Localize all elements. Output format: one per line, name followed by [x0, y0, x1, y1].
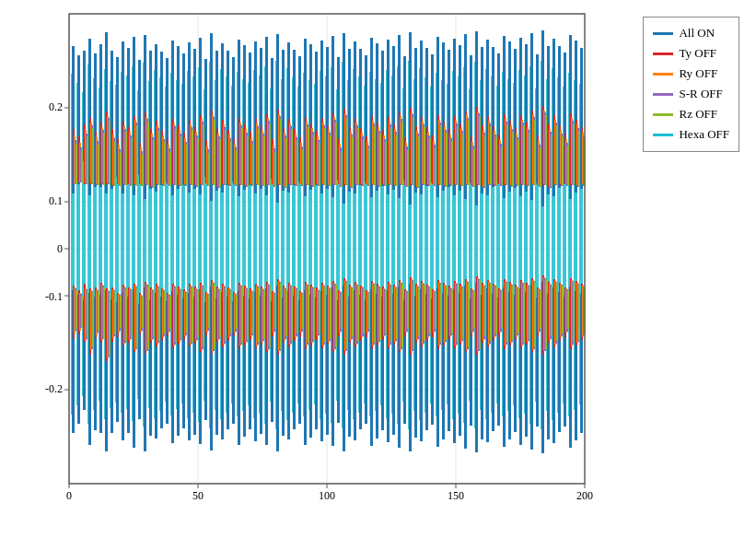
svg-rect-999: [468, 121, 470, 185]
svg-rect-1010: [495, 287, 497, 333]
svg-rect-878: [131, 290, 133, 337]
legend-color-ty-off: [653, 53, 673, 55]
svg-rect-920: [247, 289, 249, 340]
svg-rect-861: [87, 136, 88, 184]
legend-label-all-on: All ON: [679, 23, 715, 43]
svg-rect-922: [252, 292, 254, 333]
svg-rect-1008: [490, 284, 492, 341]
legend-label-ty-off: Ty OFF: [679, 43, 716, 64]
svg-text:0.2: 0.2: [49, 100, 63, 113]
svg-rect-895: [180, 136, 182, 186]
svg-rect-1002: [473, 291, 475, 329]
svg-rect-996: [457, 285, 459, 343]
svg-rect-1007: [490, 126, 492, 184]
svg-text:-0.2: -0.2: [45, 382, 63, 395]
svg-rect-939: [302, 149, 304, 185]
svg-rect-937: [297, 140, 298, 185]
svg-rect-857: [76, 144, 77, 184]
svg-rect-970: [385, 290, 387, 333]
svg-rect-961: [363, 139, 365, 185]
svg-rect-933: [285, 138, 287, 187]
svg-rect-894: [175, 287, 177, 343]
svg-rect-1012: [501, 291, 503, 329]
svg-rect-885: [153, 140, 155, 188]
svg-rect-947: [324, 128, 326, 185]
svg-rect-986: [429, 287, 431, 333]
svg-rect-945: [319, 143, 320, 186]
svg-rect-904: [203, 287, 204, 347]
svg-text:0: 0: [57, 242, 63, 255]
svg-rect-906: [208, 295, 210, 328]
svg-rect-1005: [484, 135, 486, 187]
svg-rect-873: [120, 153, 122, 186]
svg-rect-912: [225, 287, 227, 341]
svg-rect-1024: [534, 282, 536, 347]
svg-rect-963: [368, 148, 370, 185]
svg-rect-981: [418, 136, 420, 187]
svg-rect-972: [390, 286, 392, 343]
svg-rect-876: [125, 288, 127, 341]
svg-rect-880: [136, 287, 138, 348]
svg-rect-1026: [540, 290, 541, 329]
svg-rect-1030: [551, 286, 552, 336]
svg-rect-915: [236, 150, 238, 185]
svg-rect-979: [413, 117, 414, 185]
svg-rect-926: [263, 290, 265, 339]
svg-rect-927: [269, 123, 271, 185]
svg-rect-980: [413, 281, 414, 349]
legend-item-rz-off: Rz OFF: [653, 104, 729, 124]
svg-rect-969: [385, 142, 387, 186]
svg-rect-891: [169, 152, 171, 186]
svg-rect-974: [396, 288, 398, 339]
svg-rect-889: [164, 142, 166, 185]
svg-rect-1038: [573, 282, 575, 343]
svg-rect-874: [120, 296, 122, 328]
svg-rect-959: [357, 128, 359, 184]
legend-color-ry-off: [653, 73, 673, 76]
svg-rect-994: [451, 289, 453, 333]
svg-rect-998: [462, 287, 464, 339]
svg-rect-993: [451, 141, 453, 186]
svg-rect-916: [236, 295, 238, 329]
svg-rect-1000: [468, 283, 470, 347]
svg-rect-887: [158, 131, 160, 185]
legend-item-hexa-off: Hexa OFF: [653, 124, 729, 145]
svg-rect-871: [114, 141, 116, 186]
svg-rect-1028: [545, 279, 547, 349]
svg-rect-984: [424, 285, 425, 341]
svg-rect-989: [440, 125, 442, 185]
legend-item-sr-off: S-R OFF: [653, 84, 729, 104]
svg-rect-896: [180, 290, 182, 339]
svg-rect-1032: [556, 283, 558, 341]
svg-rect-868: [103, 287, 105, 339]
svg-rect-899: [192, 130, 193, 185]
legend-label-sr-off: S-R OFF: [679, 84, 722, 104]
svg-rect-960: [357, 286, 359, 341]
svg-rect-1022: [529, 287, 530, 339]
svg-rect-936: [291, 287, 293, 341]
chart-legend: All ON Ty OFF Ry OFF S-R OFF Rz OFF Hexa…: [643, 17, 739, 152]
svg-rect-901: [197, 138, 199, 186]
svg-rect-932: [280, 283, 282, 349]
svg-rect-900: [192, 287, 193, 342]
svg-rect-987: [435, 147, 436, 185]
svg-rect-902: [197, 290, 199, 337]
svg-rect-962: [363, 288, 365, 333]
svg-rect-982: [418, 287, 420, 336]
svg-rect-1016: [512, 286, 514, 340]
svg-rect-958: [352, 288, 354, 336]
svg-rect-1006: [484, 287, 486, 336]
svg-rect-875: [125, 132, 127, 185]
svg-rect-966: [374, 285, 376, 343]
svg-rect-944: [313, 288, 315, 340]
svg-rect-1013: [506, 124, 508, 185]
svg-rect-1036: [567, 290, 569, 329]
svg-rect-973: [396, 134, 398, 186]
svg-rect-1009: [495, 137, 497, 185]
svg-rect-865: [98, 145, 99, 185]
svg-rect-988: [435, 292, 436, 329]
svg-rect-924: [258, 287, 260, 343]
svg-text:0.1: 0.1: [49, 194, 63, 207]
svg-rect-938: [297, 289, 298, 333]
svg-rect-914: [230, 290, 232, 333]
